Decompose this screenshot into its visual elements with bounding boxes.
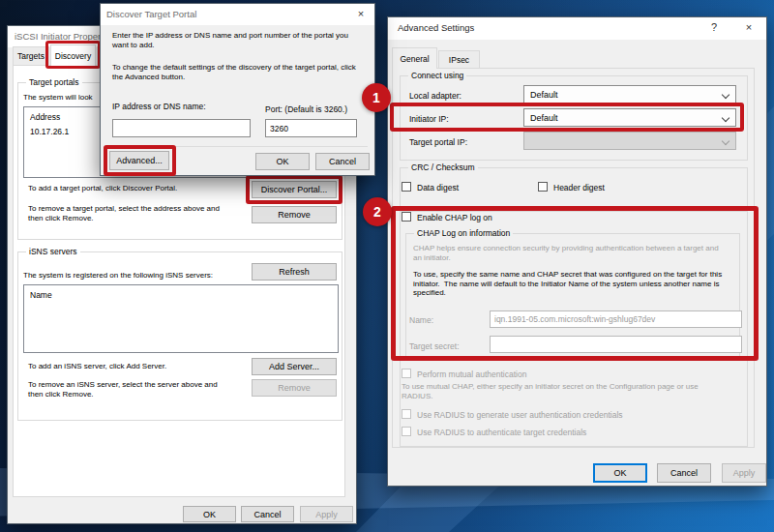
advanced-apply-button[interactable]: Apply [722, 463, 766, 483]
data-digest-label: Data digest [417, 183, 459, 192]
enable-chap-checkbox[interactable] [402, 212, 411, 222]
chevron-down-icon [722, 137, 729, 145]
iscsi-dialog-title: iSCSI Initiator Properti [15, 31, 105, 42]
radius-generate-checkbox [402, 409, 411, 419]
discover-portal-button[interactable]: Discover Portal... [252, 181, 337, 198]
initiator-ip-label: Initiator IP: [409, 114, 449, 124]
close-icon[interactable]: × [353, 7, 369, 21]
local-adapter-value: Default [530, 90, 558, 100]
add-portal-text: To add a target portal, click Discover P… [28, 184, 177, 193]
target-portal-ip-label: Target portal IP: [409, 137, 467, 147]
discover-dialog-titlebar[interactable]: Discover Target Portal × [101, 4, 374, 25]
radius-generate-label: Use RADIUS to generate user authenticati… [417, 410, 623, 420]
header-digest-label: Header digest [553, 183, 605, 192]
tab-discovery[interactable]: Discovery [50, 44, 96, 66]
tab-general[interactable]: General [392, 47, 437, 69]
chap-info-gray-text: CHAP helps ensure connection security by… [413, 244, 719, 262]
help-icon[interactable]: ? [706, 20, 722, 35]
local-adapter-select[interactable]: Default [523, 85, 736, 103]
target-portals-lookup-text: The system will look [23, 93, 93, 103]
advanced-dialog-title: Advanced Settings [398, 22, 474, 33]
discover-target-portal-dialog: Discover Target Portal × Enter the IP ad… [100, 3, 375, 176]
mutual-authentication-checkbox [402, 369, 411, 378]
add-isns-text: To add an iSNS server, click Add Server. [28, 362, 166, 371]
isns-servers-legend: iSNS servers [26, 247, 80, 256]
discover-intro-text: Enter the IP address or DNS name and por… [112, 31, 348, 49]
tab-targets[interactable]: Targets [13, 46, 49, 66]
iscsi-ok-button[interactable]: OK [183, 506, 236, 522]
advanced-ok-button[interactable]: OK [593, 463, 647, 483]
crc-checksum-legend: CRC / Checksum [408, 163, 478, 172]
remove-portal-text: To remove a target portal, select the ad… [28, 204, 220, 222]
add-server-button[interactable]: Add Server... [252, 358, 337, 375]
discover-dialog-title: Discover Target Portal [106, 9, 196, 19]
advanced-cancel-button[interactable]: Cancel [657, 463, 711, 483]
discover-cancel-button[interactable]: Cancel [315, 153, 370, 170]
chap-name-input[interactable] [490, 310, 742, 328]
target-portals-legend: Target portals [26, 77, 82, 87]
advanced-dialog-titlebar[interactable]: Advanced Settings ? × [388, 17, 766, 40]
target-secret-label: Target secret: [409, 341, 460, 351]
discover-advanced-hint-text: To change the default settings of the di… [112, 63, 356, 81]
mutual-chap-hint-text: To use mutual CHAP, either specify an in… [402, 382, 699, 400]
initiator-ip-value: Default [530, 113, 558, 123]
ip-address-input[interactable] [112, 119, 251, 137]
data-digest-checkbox[interactable] [402, 182, 411, 192]
tab-ipsec[interactable]: IPsec [438, 50, 480, 69]
step-1-badge: 1 [362, 83, 391, 112]
connect-using-legend: Connect using [408, 71, 466, 80]
discover-ok-button[interactable]: OK [255, 153, 310, 170]
remove-isns-text: To remove an iSNS server, select the ser… [28, 380, 218, 399]
radius-authenticate-checkbox [402, 427, 411, 436]
advanced-button[interactable]: Advanced... [109, 151, 169, 170]
initiator-ip-select[interactable]: Default [523, 108, 736, 127]
port-label: Port: (Default is 3260.) [265, 104, 347, 114]
isns-registered-text: The system is registered on the followin… [23, 271, 213, 281]
header-digest-checkbox[interactable] [538, 182, 548, 192]
target-secret-input[interactable] [490, 336, 742, 353]
close-icon[interactable]: × [741, 20, 757, 35]
step-2-badge: 2 [363, 197, 392, 226]
chap-log-on-legend: CHAP Log on information [414, 228, 513, 238]
target-portal-ip-select [523, 132, 736, 150]
chap-name-label: Name: [409, 315, 433, 325]
remove-isns-button[interactable]: Remove [252, 379, 337, 397]
enable-chap-label: Enable CHAP log on [417, 213, 492, 222]
mutual-authentication-label: Perform mutual authentication [417, 369, 526, 379]
chevron-down-icon [722, 91, 729, 99]
advanced-settings-dialog: Advanced Settings ? × General IPsec Conn… [387, 16, 767, 487]
radius-authenticate-label: Use RADIUS to authenticate target creden… [417, 428, 586, 437]
remove-portal-button[interactable]: Remove [252, 206, 337, 223]
iscsi-apply-button[interactable]: Apply [300, 506, 353, 522]
isns-servers-list[interactable]: Name [23, 284, 339, 353]
local-adapter-label: Local adapter: [409, 91, 461, 101]
chap-info-text: To use, specify the same name and CHAP s… [413, 270, 722, 298]
chevron-down-icon [722, 114, 729, 122]
ip-address-label: IP address or DNS name: [112, 102, 206, 111]
iscsi-cancel-button[interactable]: Cancel [241, 506, 294, 522]
port-input[interactable] [265, 119, 357, 137]
refresh-button[interactable]: Refresh [252, 263, 337, 281]
separator [109, 146, 368, 147]
list-column-header: Name [30, 288, 332, 303]
